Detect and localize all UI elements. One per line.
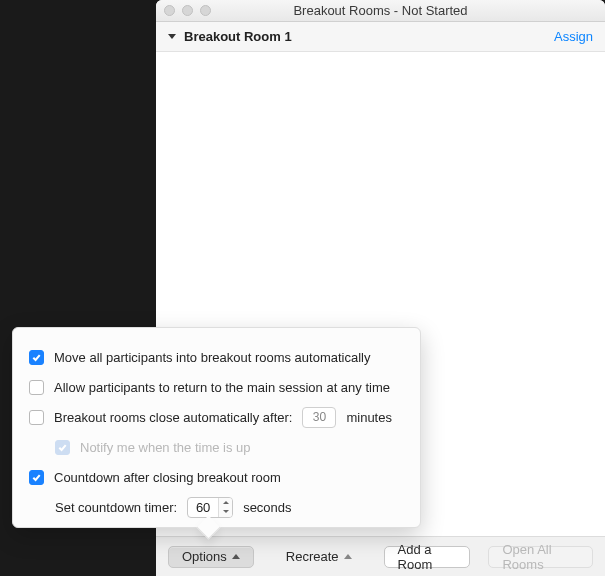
option-label: Breakout rooms close automatically after…: [54, 410, 292, 425]
option-allow-return[interactable]: Allow participants to return to the main…: [29, 376, 404, 398]
assign-link[interactable]: Assign: [554, 29, 593, 44]
room-header: Breakout Room 1 Assign: [156, 22, 605, 52]
option-move-automatically[interactable]: Move all participants into breakout room…: [29, 346, 404, 368]
traffic-zoom-icon[interactable]: [200, 5, 211, 16]
room-header-left[interactable]: Breakout Room 1: [168, 29, 292, 44]
stepper-down[interactable]: [219, 507, 232, 517]
countdown-timer-row: Set countdown timer: 60 seconds: [29, 496, 404, 518]
checkbox-icon[interactable]: [29, 470, 44, 485]
chevron-down-icon: [223, 510, 229, 513]
chevron-up-icon: [223, 501, 229, 504]
traffic-minimize-icon[interactable]: [182, 5, 193, 16]
checkbox-icon[interactable]: [29, 350, 44, 365]
window-title: Breakout Rooms - Not Started: [293, 3, 467, 18]
countdown-unit: seconds: [243, 500, 291, 515]
checkbox-icon[interactable]: [29, 410, 44, 425]
recreate-button[interactable]: Recreate: [272, 546, 366, 568]
stepper-up[interactable]: [219, 498, 232, 508]
option-label: Allow participants to return to the main…: [54, 380, 390, 395]
option-close-after[interactable]: Breakout rooms close automatically after…: [29, 406, 404, 428]
titlebar: Breakout Rooms - Not Started: [156, 0, 605, 22]
option-countdown[interactable]: Countdown after closing breakout room: [29, 466, 404, 488]
disclosure-triangle-icon[interactable]: [168, 34, 176, 39]
checkbox-icon: [55, 440, 70, 455]
room-name: Breakout Room 1: [184, 29, 292, 44]
open-all-rooms-button: Open All Rooms: [488, 546, 593, 568]
options-button[interactable]: Options: [168, 546, 254, 568]
checkbox-icon[interactable]: [29, 380, 44, 395]
countdown-label: Set countdown timer:: [55, 500, 177, 515]
option-notify-time-up: Notify me when the time is up: [29, 436, 404, 458]
traffic-close-icon[interactable]: [164, 5, 175, 16]
minutes-unit: minutes: [346, 410, 392, 425]
add-room-button-label: Add a Room: [398, 542, 457, 572]
options-popover: Move all participants into breakout room…: [12, 327, 421, 528]
option-label: Countdown after closing breakout room: [54, 470, 281, 485]
open-all-rooms-label: Open All Rooms: [502, 542, 579, 572]
options-button-label: Options: [182, 549, 227, 564]
chevron-up-icon: [344, 554, 352, 559]
minutes-field[interactable]: 30: [302, 407, 336, 428]
chevron-up-icon: [232, 554, 240, 559]
option-label: Notify me when the time is up: [80, 440, 251, 455]
countdown-value: 60: [188, 498, 218, 517]
add-room-button[interactable]: Add a Room: [384, 546, 471, 568]
option-label: Move all participants into breakout room…: [54, 350, 370, 365]
window-controls: [164, 5, 211, 16]
countdown-stepper[interactable]: 60: [187, 497, 233, 518]
bottom-bar: Options Recreate Add a Room Open All Roo…: [156, 536, 605, 576]
recreate-button-label: Recreate: [286, 549, 339, 564]
